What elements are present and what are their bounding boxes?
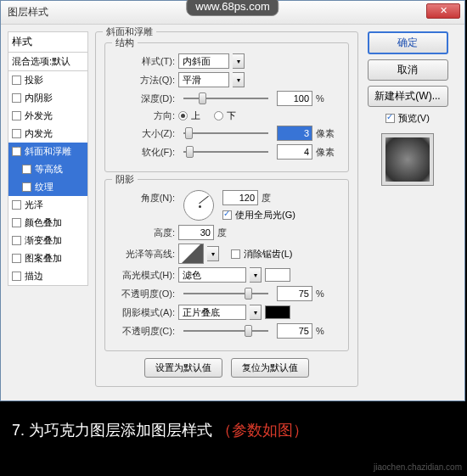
dropdown-arrow-icon[interactable]: ▾ [233,72,245,87]
style-item-label: 光泽 [25,199,43,211]
style-item-投影[interactable]: 投影 [8,71,87,89]
direction-up-radio[interactable] [178,111,188,120]
style-checkbox[interactable] [12,93,21,103]
style-checkbox[interactable] [12,147,21,156]
depth-label: 深度(D): [114,92,175,105]
altitude-label: 高度: [114,227,175,239]
style-checkbox[interactable] [12,200,21,210]
step-note: （参数如图） [217,422,308,439]
dropdown-arrow-icon[interactable]: ▾ [207,246,219,261]
style-item-label: 描边 [25,270,43,283]
antialias-checkbox[interactable] [231,249,240,259]
technique-label: 方法(Q): [114,74,175,87]
style-item-label: 纹理 [35,181,53,193]
highlight-opacity-slider[interactable] [183,287,268,300]
shadow-mode-dropdown[interactable]: 正片叠底 [178,305,246,320]
technique-dropdown[interactable]: 平滑 [178,72,229,87]
cancel-button[interactable]: 取消 [368,59,448,81]
highlight-color-swatch[interactable] [265,268,290,282]
size-unit: 像素 [316,127,340,140]
shading-group: 阴影 角度(N): 度 使用全局光(G) [104,179,349,351]
opacity-unit-2: % [316,326,340,336]
dropdown-arrow-icon[interactable]: ▾ [233,53,245,69]
angle-input[interactable] [222,190,258,205]
style-item-斜面和浮雕[interactable]: 斜面和浮雕 [8,143,87,160]
style-item-纹理[interactable]: 纹理 [8,178,87,196]
styles-header[interactable]: 样式 [8,31,88,53]
depth-unit: % [316,93,340,104]
size-input[interactable] [277,126,312,141]
direction-label: 方向: [114,109,175,122]
style-checkbox[interactable] [22,165,31,174]
style-item-光泽[interactable]: 光泽 [8,196,87,214]
depth-slider[interactable] [183,92,268,105]
highlight-opacity-label: 不透明度(O): [114,288,175,300]
style-item-内发光[interactable]: 内发光 [8,125,87,143]
style-item-label: 颜色叠加 [25,216,62,229]
style-checkbox[interactable] [12,272,21,281]
style-checkbox[interactable] [12,111,21,120]
global-light-label: 使用全局光(G) [235,209,295,221]
layer-style-dialog: www.68ps.com 图层样式 ✕ 样式 混合选项:默认 投影内阴影外发光内… [0,0,465,401]
close-button[interactable]: ✕ [426,3,460,19]
style-item-label: 内发光 [25,127,53,140]
style-item-描边[interactable]: 描边 [8,267,87,285]
blending-options[interactable]: 混合选项:默认 [8,53,88,71]
style-checkbox[interactable] [22,182,31,192]
style-item-内阴影[interactable]: 内阴影 [8,89,87,107]
shadow-opacity-input[interactable] [277,323,312,339]
style-item-label: 斜面和浮雕 [25,145,71,158]
style-checkbox[interactable] [12,236,21,245]
style-checkbox[interactable] [12,129,21,138]
style-item-颜色叠加[interactable]: 颜色叠加 [8,214,87,232]
depth-input[interactable] [277,91,312,106]
direction-down-radio[interactable] [214,111,223,120]
direction-down-label: 下 [227,109,236,122]
structure-legend: 结构 [112,36,138,49]
style-label: 样式(T): [114,55,175,68]
style-item-label: 渐变叠加 [25,234,62,247]
global-light-checkbox[interactable] [222,210,232,220]
tutorial-caption: 7. 为巧克力图层添加图层样式 （参数如图） [0,401,467,462]
style-checkbox[interactable] [12,254,21,263]
gloss-contour-label: 光泽等高线: [114,248,175,260]
shadow-opacity-label: 不透明度(C): [114,325,175,338]
soften-slider[interactable] [183,145,268,159]
style-list: 投影内阴影外发光内发光斜面和浮雕等高线纹理光泽颜色叠加渐变叠加图案叠加描边 [8,71,88,286]
watermark-badge: www.68ps.com [186,0,279,16]
shadow-opacity-slider[interactable] [183,324,268,338]
window-title: 图层样式 [8,5,48,20]
gloss-contour-picker[interactable] [178,244,204,264]
altitude-input[interactable] [178,225,214,240]
shadow-color-swatch[interactable] [265,305,290,319]
style-dropdown[interactable]: 内斜面 [178,53,229,69]
highlight-mode-label: 高光模式(H): [114,269,175,282]
altitude-unit: 度 [217,227,241,239]
size-slider[interactable] [183,126,268,140]
ok-button[interactable]: 确定 [368,31,448,54]
style-checkbox[interactable] [12,76,21,85]
set-default-button[interactable]: 设置为默认值 [144,358,222,378]
soften-input[interactable] [277,144,312,160]
style-item-外发光[interactable]: 外发光 [8,107,87,125]
highlight-mode-dropdown[interactable]: 滤色 [178,267,246,283]
reset-default-button[interactable]: 复位为默认值 [231,358,309,378]
style-item-label: 等高线 [35,163,63,176]
style-item-图案叠加[interactable]: 图案叠加 [8,249,87,267]
step-text: 为巧克力图层添加图层样式 [29,422,212,439]
new-style-button[interactable]: 新建样式(W)... [368,86,448,107]
soften-unit: 像素 [316,146,340,159]
angle-dial[interactable] [183,190,214,221]
style-item-渐变叠加[interactable]: 渐变叠加 [8,232,87,249]
action-panel: 确定 取消 新建样式(W)... 预览(V) [365,31,450,394]
styles-panel: 样式 混合选项:默认 投影内阴影外发光内发光斜面和浮雕等高线纹理光泽颜色叠加渐变… [8,31,88,394]
style-item-label: 图案叠加 [25,252,62,265]
style-item-等高线[interactable]: 等高线 [8,160,87,178]
style-item-label: 内阴影 [25,92,53,104]
shadow-mode-label: 阴影模式(A): [114,306,175,319]
preview-checkbox[interactable] [385,114,395,123]
style-checkbox[interactable] [12,218,21,227]
highlight-opacity-input[interactable] [277,286,312,301]
dropdown-arrow-icon[interactable]: ▾ [250,267,262,283]
dropdown-arrow-icon[interactable]: ▾ [250,305,262,320]
